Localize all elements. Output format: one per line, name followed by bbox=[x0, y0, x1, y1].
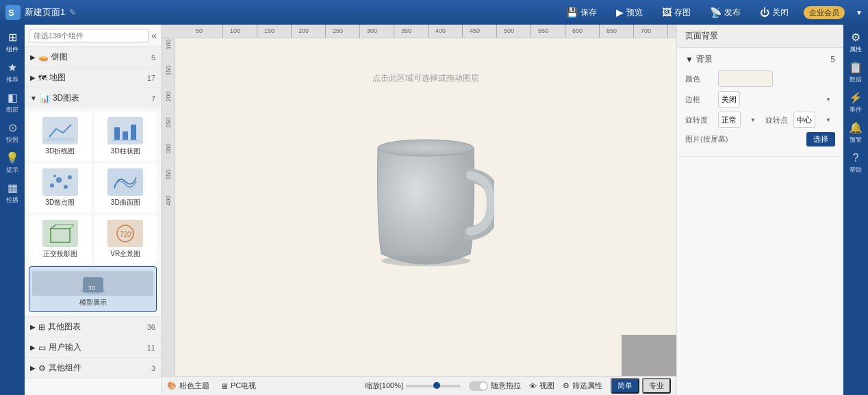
sidebar-item-components[interactable]: ⊞ 组件 bbox=[1, 27, 23, 58]
help-tab[interactable]: ? 帮助 bbox=[845, 148, 867, 178]
search-input[interactable] bbox=[29, 29, 149, 42]
other-comp-arrow-icon: ▶ bbox=[30, 364, 36, 372]
rotation-select-wrapper: 正常 90° 180° bbox=[718, 112, 760, 128]
svg-line-14 bbox=[70, 225, 74, 229]
help-icon: ? bbox=[853, 152, 859, 164]
map-arrow-icon: ▶ bbox=[30, 74, 36, 81]
preview-button[interactable]: ▶ 预览 bbox=[612, 4, 647, 21]
sidebar-item-tips[interactable]: 💡 提示 bbox=[1, 148, 23, 178]
ortho-thumb bbox=[42, 220, 78, 247]
events-tab[interactable]: ⚡ 事件 bbox=[845, 88, 867, 118]
3d-chart-section-icon: 📊 bbox=[40, 94, 50, 103]
props-icon: ⚙ bbox=[851, 31, 860, 44]
sidebar-item-recommend[interactable]: ★ 推荐 bbox=[1, 58, 23, 88]
save-button[interactable]: 💾 保存 bbox=[562, 4, 601, 21]
3d-chart-label: 3D图表 bbox=[53, 92, 79, 104]
svg-rect-2 bbox=[47, 138, 74, 141]
zoom-control[interactable]: 缩放[100%] bbox=[365, 381, 461, 391]
device-selector[interactable]: 🖥 PC电视 bbox=[220, 381, 256, 391]
device-label: PC电视 bbox=[231, 381, 256, 391]
section-other-comp-header[interactable]: ▶ ⚙ 其他组件 3 bbox=[25, 358, 161, 378]
random-drag-toggle[interactable]: 随意拖拉 bbox=[469, 381, 521, 391]
other-chart-label: 其他图表 bbox=[48, 321, 81, 333]
theme-selector[interactable]: 🎨 粉色主题 bbox=[167, 381, 209, 391]
filter-icon: ⚙ bbox=[563, 381, 570, 390]
simple-mode-button[interactable]: 简单 bbox=[611, 378, 639, 394]
member-badge[interactable]: 企业会员 bbox=[804, 6, 845, 19]
user-input-icon: ▭ bbox=[38, 343, 46, 353]
section-other-chart-header[interactable]: ▶ ⊞ 其他图表 36 bbox=[25, 317, 161, 337]
canvas-viewport[interactable]: 点击此区域可选择或拖动图层 bbox=[175, 38, 676, 376]
warning-tab[interactable]: 🔔 预警 bbox=[845, 118, 867, 148]
item-3d-line[interactable]: 3D折线图 bbox=[29, 112, 92, 161]
rotation-row: 旋转度 正常 90° 180° 旋转点 中心 左上 右上 bbox=[685, 112, 835, 128]
zoom-slider[interactable] bbox=[406, 385, 461, 387]
3d-chart-extra-grid: 正交投影图 720° VR全景图 bbox=[29, 215, 157, 312]
props-tab[interactable]: ⚙ 属性 bbox=[845, 27, 867, 58]
section-map-header[interactable]: ▶ 🗺 地图 17 bbox=[25, 68, 161, 88]
filter-props-button[interactable]: ⚙ 筛选属性 bbox=[563, 381, 602, 391]
bg-section-count: 5 bbox=[830, 55, 835, 64]
collapse-panel-button[interactable]: « bbox=[151, 30, 157, 41]
rotation-label: 旋转度 bbox=[685, 115, 713, 125]
section-other-comp: ▶ ⚙ 其他组件 3 bbox=[25, 358, 161, 379]
tips-icon: 💡 bbox=[5, 151, 19, 164]
ruler-vertical: 100 150 200 250 300 350 400 bbox=[162, 38, 175, 376]
svg-point-22 bbox=[381, 255, 470, 266]
rotation-point-select[interactable]: 中心 左上 右上 bbox=[793, 112, 815, 128]
export-button[interactable]: 🖼 存图 bbox=[658, 4, 695, 21]
bottombar-right: 缩放[100%] 随意拖拉 👁 视图 ⚙ 筛选属性 bbox=[365, 378, 671, 394]
item-vr[interactable]: 720° VR全景图 bbox=[94, 215, 157, 264]
item-3d-scatter[interactable]: 3D散点图 bbox=[29, 164, 92, 212]
bottombar: 🎨 粉色主题 🖥 PC电视 缩放[100%] 随意拖拉 bbox=[162, 376, 676, 395]
model-label: 模型展示 bbox=[79, 298, 107, 307]
border-label: 边框 bbox=[685, 94, 713, 105]
theme-icon: 🎨 bbox=[167, 381, 177, 390]
pro-mode-button[interactable]: 专业 bbox=[642, 378, 671, 394]
right-panel-content: 页面背景 ▼ 背景 5 颜色 边框 bbox=[677, 25, 843, 395]
events-icon: ⚡ bbox=[849, 91, 863, 104]
item-model[interactable]: 3D 模型展示 bbox=[29, 266, 157, 312]
sidebar-item-layers[interactable]: ◧ 图层 bbox=[1, 88, 23, 118]
publish-icon: 📡 bbox=[710, 7, 722, 18]
rotation-point-select-wrapper: 中心 左上 右上 bbox=[793, 112, 835, 128]
section-3d-chart-header[interactable]: ▼ 📊 3D图表 7 bbox=[25, 88, 161, 108]
ortho-label: 正交投影图 bbox=[43, 249, 77, 259]
pie-section-icon: 🥧 bbox=[38, 53, 49, 62]
sidebar-item-quick[interactable]: ⊙ 快照 bbox=[1, 118, 23, 148]
item-3d-bar[interactable]: 3D柱状图 bbox=[94, 112, 157, 161]
vr-label: VR全景图 bbox=[110, 249, 140, 259]
section-pie-header[interactable]: ▶ 🥧 饼图 5 bbox=[25, 47, 161, 67]
page-title: 新建页面1 bbox=[25, 6, 65, 18]
color-label: 颜色 bbox=[685, 74, 713, 84]
zoom-slider-thumb[interactable] bbox=[433, 382, 440, 389]
close-button[interactable]: ⏻ 关闭 bbox=[756, 4, 793, 21]
rotation-select[interactable]: 正常 90° 180° bbox=[718, 112, 741, 128]
svg-rect-5 bbox=[131, 125, 136, 140]
edit-icon[interactable]: ✎ bbox=[69, 8, 76, 17]
vr-thumb: 720° bbox=[107, 220, 143, 247]
component-panel: « ▶ 🥧 饼图 5 ▶ 🗺 地图 17 bbox=[25, 25, 162, 395]
bg-section-arrow-icon: ▼ bbox=[685, 55, 693, 64]
left-icon-sidebar: ⊞ 组件 ★ 推荐 ◧ 图层 ⊙ 快照 💡 提示 ▦ 轮播 bbox=[0, 25, 25, 395]
color-swatch[interactable] bbox=[718, 71, 773, 87]
3d-surface-label: 3D曲面图 bbox=[111, 198, 140, 207]
right-panel: 页面背景 ▼ 背景 5 颜色 边框 bbox=[676, 25, 868, 395]
border-select[interactable]: 关闭 实线 虚线 bbox=[718, 91, 740, 107]
section-user-input: ▶ ▭ 用户输入 11 bbox=[25, 337, 161, 358]
svg-line-13 bbox=[51, 225, 56, 229]
choose-image-button[interactable]: 选择 bbox=[806, 132, 835, 146]
item-ortho[interactable]: 正交投影图 bbox=[29, 215, 92, 264]
pie-label: 饼图 bbox=[51, 51, 68, 63]
section-user-input-header[interactable]: ▶ ▭ 用户输入 11 bbox=[25, 337, 161, 357]
sidebar-item-plugins[interactable]: ▦ 轮播 bbox=[1, 178, 23, 208]
3d-scatter-thumb bbox=[42, 168, 78, 196]
publish-button[interactable]: 📡 发布 bbox=[706, 4, 745, 21]
item-3d-surface[interactable]: 3D曲面图 bbox=[94, 164, 157, 212]
plugins-icon: ▦ bbox=[8, 181, 18, 194]
topbar: S 新建页面1 ✎ 💾 保存 ▶ 预览 🖼 存图 📡 发布 ⏻ 关闭 企业会员 … bbox=[0, 0, 868, 25]
background-section-header[interactable]: ▼ 背景 5 bbox=[685, 53, 835, 65]
view-button[interactable]: 👁 视图 bbox=[529, 381, 554, 391]
model-thumb: 3D bbox=[32, 271, 153, 296]
data-tab[interactable]: 📋 数据 bbox=[845, 58, 867, 88]
